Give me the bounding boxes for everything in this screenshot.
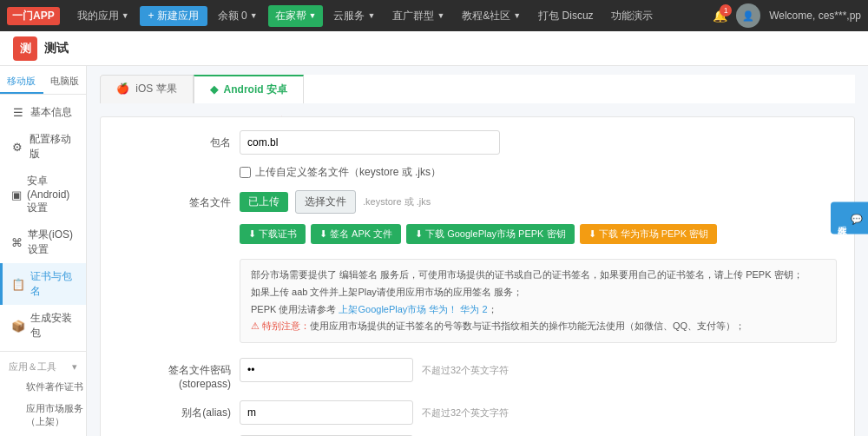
app-icon: 测: [13, 36, 37, 61]
tab-ios[interactable]: 🍎 iOS 苹果: [100, 75, 194, 103]
alias-hint: 不超过32个英文字符: [420, 406, 509, 419]
package-control: [240, 130, 837, 155]
nav-promo[interactable]: 直广群型 ▼: [385, 5, 451, 27]
nav-balance[interactable]: 余额 0 ▼: [211, 5, 265, 27]
upload-status: 已上传: [240, 192, 288, 212]
avatar: 👤: [736, 3, 760, 28]
password-label: 签名文件密码(storepass): [118, 358, 231, 390]
app-header: 测 测试: [0, 31, 868, 66]
content-area: 🍎 iOS 苹果 ◆ Android 安卓 ➜ 包名: [100, 75, 855, 436]
download-cert-btn[interactable]: ⬇ 下载证书: [240, 224, 306, 244]
sidebar-section-apps[interactable]: 应用＆工具 ▾: [0, 356, 86, 376]
info-box: 部分市场需要提供了 编辑签名 服务后，可使用市场提供的证书或自己的证书签名，如果…: [240, 259, 837, 343]
build-icon: 📦: [11, 320, 25, 333]
nav-discuz[interactable]: 打包 Discuz: [531, 5, 600, 27]
package-label: 包名: [118, 130, 231, 150]
sign-apk-btn[interactable]: ⬇ 签名 APK 文件: [311, 224, 401, 244]
main-content: 🍎 iOS 苹果 ◆ Android 安卓 ➜ 包名: [87, 66, 868, 436]
sidebar-item-config-mobile[interactable]: ⚙ 配置移动版: [0, 126, 86, 168]
top-nav: 一门APP 我的应用 ▼ + 新建应用 余额 0 ▼ 在家帮 ▼ 云服务 ▼ 直…: [0, 0, 868, 31]
password-input[interactable]: [240, 358, 413, 382]
download-huawei-pepk-btn[interactable]: ⬇ 下载 华为市场 PEPK 密钥: [580, 224, 718, 244]
alias-input[interactable]: [240, 400, 413, 425]
sidebar-tab-mobile[interactable]: 移动版: [0, 70, 43, 94]
googleplay-link[interactable]: 上架GooglePlay市场: [339, 304, 426, 314]
top-nav-right: 🔔 1 👤 Welcome, ces***,pp: [713, 3, 861, 28]
download-googleplay-pepk-btn[interactable]: ⬇ 下载 GooglePlay市场 PEPK 密钥: [406, 224, 574, 244]
nav-tutorial[interactable]: 教程&社区 ▼: [455, 5, 528, 27]
sidebar-tab-row: 移动版 电脑版: [0, 70, 86, 95]
upload-custom-label-spacer: [118, 165, 231, 170]
form-card: 包名 上传自定义签名文件（keystore 或 .jks）: [100, 116, 855, 436]
sidebar: 移动版 电脑版 ☰ 基本信息 ⚙ 配置移动版 ▣ 安卓(Android)设置 ⌘…: [0, 66, 87, 436]
info-line-1: 部分市场需要提供了 编辑签名 服务后，可使用市场提供的证书或自己的证书签名，如果…: [251, 267, 825, 284]
choose-file-btn[interactable]: 选择文件: [295, 190, 356, 214]
service-bar[interactable]: 💬 在线客服: [831, 202, 868, 235]
download-row: ⬇ 下载证书 ⬇ 签名 APK 文件 ⬇ 下载 GooglePlay市场 PEP…: [240, 224, 837, 244]
password-control: 不超过32个英文字符: [240, 358, 837, 382]
nav-demo[interactable]: 功能演示: [604, 5, 660, 27]
tab-android[interactable]: ◆ Android 安卓: [194, 75, 304, 103]
alias-control: 不超过32个英文字符: [240, 400, 837, 425]
sign-label: 签名文件: [118, 190, 231, 210]
tab-row: 🍎 iOS 苹果 ◆ Android 安卓: [100, 75, 855, 103]
upload-custom-checkbox[interactable]: [240, 167, 251, 178]
nav-my-apps[interactable]: 我的应用 ▼: [70, 5, 136, 27]
cert-icon: 📋: [11, 278, 25, 291]
sidebar-item-android-settings[interactable]: ▣ 安卓(Android)设置: [0, 168, 86, 221]
sidebar-item-basic-info[interactable]: ☰ 基本信息: [0, 99, 86, 126]
info-line-4: ⚠ 特别注意：使用应用市场提供的证书签名的号等数与证书指纹相关的操作功能无法使用…: [251, 318, 825, 335]
sidebar-section-other[interactable]: 其他 ▾: [0, 433, 86, 436]
android-tab-icon: ◆: [210, 83, 218, 96]
form-row-package: 包名: [118, 130, 837, 155]
sign-control: 已上传 选择文件 .keystore 或 .jks ⬇ 下载证书 ⬇ 签名: [240, 190, 837, 347]
form-row-sign: 签名文件 已上传 选择文件 .keystore 或 .jks ⬇ 下载证书: [118, 190, 837, 347]
huawei-link[interactable]: 华为！: [429, 304, 457, 314]
file-hint: .keystore 或 .jks: [363, 195, 431, 208]
upload-custom-control: 上传自定义签名文件（keystore 或 .jks）: [240, 165, 837, 180]
upload-custom-checkbox-row: 上传自定义签名文件（keystore 或 .jks）: [240, 165, 837, 180]
info-line-2: 如果上传 aab 文件并上架Play请使用应用市场的应用签名 服务；: [251, 284, 825, 301]
upload-row: 已上传 选择文件 .keystore 或 .jks: [240, 190, 837, 214]
form-row-alias: 别名(alias) 不超过32个英文字符: [118, 400, 837, 425]
logo[interactable]: 一门APP: [7, 7, 60, 25]
sidebar-sub-market[interactable]: 应用市场服务（上架）: [0, 398, 86, 433]
huawei2-link[interactable]: 华为 2: [460, 304, 487, 314]
apple-tab-icon: 🍎: [116, 83, 129, 95]
layout: 移动版 电脑版 ☰ 基本信息 ⚙ 配置移动版 ▣ 安卓(Android)设置 ⌘…: [0, 66, 868, 436]
form-row-password: 签名文件密码(storepass) 不超过32个英文字符: [118, 358, 837, 390]
config-mobile-icon: ⚙: [11, 141, 24, 154]
apple-icon: ⌘: [11, 236, 23, 249]
nav-cloud[interactable]: 云服务 ▼: [326, 5, 382, 27]
form-row-upload-custom: 上传自定义签名文件（keystore 或 .jks）: [118, 165, 837, 180]
sidebar-tab-desktop[interactable]: 电脑版: [43, 70, 87, 94]
sidebar-item-cert[interactable]: 📋 证书与包名: [0, 263, 86, 305]
service-bar-icon: 💬: [852, 213, 863, 224]
password-hint: 不超过32个英文字符: [420, 364, 509, 377]
notification-bell[interactable]: 🔔 1: [713, 9, 727, 23]
android-icon: ▣: [11, 188, 22, 201]
nav-current-app[interactable]: 在家帮 ▼: [268, 5, 324, 27]
basic-info-icon: ☰: [11, 106, 25, 119]
nav-new-app[interactable]: + 新建应用: [140, 6, 207, 26]
sidebar-item-build[interactable]: 📦 生成安装包: [0, 305, 86, 347]
app-name: 测试: [44, 41, 69, 56]
sidebar-sub-copyright[interactable]: 软件著作证书: [0, 376, 86, 398]
alias-label: 别名(alias): [118, 400, 231, 420]
info-line-3: PEPK 使用法请参考 上架GooglePlay市场 华为！ 华为 2；: [251, 301, 825, 319]
package-input[interactable]: [240, 130, 500, 155]
sidebar-item-ios-settings[interactable]: ⌘ 苹果(iOS)设置: [0, 221, 86, 263]
welcome-text: Welcome, ces***,pp: [769, 10, 861, 22]
